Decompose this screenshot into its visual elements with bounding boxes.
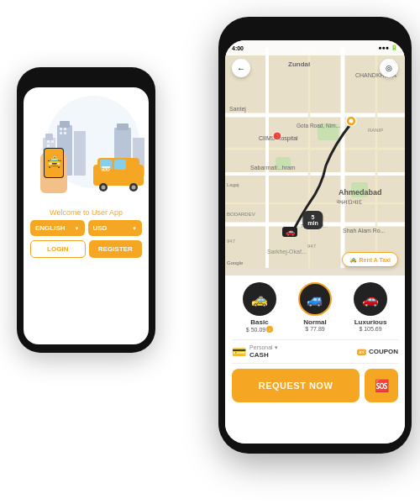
dropdown-icon: ▾	[275, 344, 278, 350]
luxurious-vehicle-name: Luxurious	[354, 318, 387, 326]
phones-container: 🚖 TAXI Welcome to User App EN	[0, 0, 420, 504]
personal-label: Personal	[249, 344, 273, 350]
phone-left: 🚖 TAXI Welcome to User App EN	[17, 67, 155, 353]
svg-text:Gota Road, Nim...: Gota Road, Nim...	[297, 123, 340, 129]
payment-method: CASH	[249, 351, 278, 359]
coupon-icon: 🎟	[356, 346, 366, 358]
signal-icon: ●●●	[378, 45, 389, 50]
right-phone-notch	[290, 27, 340, 35]
luxurious-vehicle-price: $ 105.69	[359, 326, 381, 332]
svg-text:Zundal: Zundal	[288, 60, 310, 68]
svg-rect-23	[114, 160, 126, 170]
welcome-text: Welcome to User App	[50, 208, 123, 217]
svg-text:Santej: Santej	[229, 106, 246, 113]
taxi-icon: 🚕	[349, 256, 357, 263]
eta-time: 5	[307, 214, 318, 220]
phone-right: 4:00 ●●● 🔋	[218, 17, 412, 454]
svg-rect-30	[225, 48, 405, 268]
status-time: 4:00	[232, 45, 244, 51]
basic-info-icon: i	[266, 326, 273, 333]
svg-text:RANIP: RANIP	[368, 128, 383, 133]
sos-button[interactable]: 🆘	[365, 369, 398, 402]
payment-row: 💳 Personal ▾ CASH 🎟 COUPON	[232, 339, 398, 364]
svg-rect-12	[60, 128, 62, 130]
request-now-button[interactable]: REQUEST NOW	[232, 369, 360, 402]
svg-rect-11	[47, 144, 50, 147]
basic-car-icon: 🚕	[251, 291, 268, 307]
coupon-button[interactable]: 🎟 COUPON	[356, 346, 398, 358]
svg-rect-10	[51, 140, 54, 143]
luxurious-car-icon: 🚗	[362, 291, 379, 307]
lang-currency-row: ENGLISH ▼ USD ▼	[30, 220, 142, 236]
svg-rect-13	[64, 128, 66, 130]
eta-unit: min	[307, 220, 318, 226]
map-area: 4:00 ●●● 🔋	[225, 40, 405, 276]
status-bar: 4:00 ●●● 🔋	[225, 40, 405, 55]
svg-text:અમદાવાદ: અમદાવાદ	[336, 198, 363, 206]
battery-icon: 🔋	[391, 45, 398, 50]
vehicle-luxurious[interactable]: 🚗 Luxurious $ 105.69	[354, 282, 387, 333]
language-label: ENGLISH	[35, 224, 66, 232]
coupon-label: COUPON	[369, 348, 398, 355]
payment-info: Personal ▾ CASH	[249, 344, 278, 359]
vehicle-normal[interactable]: 🚙 Normal $ 77.89	[298, 282, 332, 333]
normal-vehicle-icon: 🚙	[298, 282, 332, 316]
rent-taxi-label: Rent A Taxi	[360, 257, 391, 263]
luxurious-vehicle-icon: 🚗	[354, 282, 387, 316]
left-phone-screen: 🚖 TAXI Welcome to User App EN	[24, 87, 149, 344]
svg-text:BODARDEV: BODARDEV	[227, 212, 255, 217]
svg-text:Google: Google	[227, 260, 244, 265]
basic-vehicle-name: Basic	[250, 318, 268, 326]
payment-label: Personal ▾	[249, 344, 278, 351]
register-button[interactable]: REGISTER	[89, 240, 143, 258]
taxi-illustration: 🚖 TAXI	[30, 96, 142, 205]
payment-left[interactable]: 💳 Personal ▾ CASH	[232, 344, 278, 359]
city-svg: 🚖 TAXI	[30, 96, 149, 197]
status-icons: ●●● 🔋	[378, 45, 398, 51]
map-svg: Zundal CHANDKHEDA Santej CIIMS Hospital …	[225, 40, 405, 276]
svg-rect-14	[60, 132, 62, 134]
svg-text:TAXI: TAXI	[101, 167, 111, 172]
currency-button[interactable]: USD ▼	[88, 220, 143, 236]
auth-row: LOGIN REGISTER	[30, 240, 142, 258]
normal-vehicle-name: Normal	[303, 318, 327, 326]
basic-vehicle-icon: 🚕	[243, 282, 276, 316]
eta-badge: 5 min	[302, 211, 323, 229]
svg-point-64	[349, 119, 354, 123]
svg-rect-5	[74, 131, 86, 176]
svg-text:📍: 📍	[275, 134, 281, 140]
currency-arrow-icon: ▼	[132, 226, 137, 231]
svg-rect-2	[45, 134, 53, 140]
normal-vehicle-price: $ 77.89	[305, 326, 324, 332]
svg-rect-4	[60, 121, 70, 128]
svg-text:Sabarmati...hram: Sabarmati...hram	[250, 165, 296, 171]
rent-taxi-button[interactable]: 🚕 Rent A Taxi	[342, 252, 398, 267]
svg-text:Ahmedabad: Ahmedabad	[339, 188, 382, 197]
svg-rect-9	[47, 140, 50, 143]
currency-label: USD	[93, 224, 108, 232]
wallet-icon: 💳	[232, 345, 246, 359]
left-phone-notch	[66, 76, 108, 82]
svg-text:🚖: 🚖	[47, 155, 62, 169]
vehicle-basic[interactable]: 🚕 Basic $ 50.09 i	[243, 282, 276, 333]
basic-vehicle-price: $ 50.09 i	[246, 326, 273, 333]
back-button[interactable]: ←	[232, 59, 250, 77]
svg-text:947: 947	[307, 244, 317, 249]
vehicle-options: 🚕 Basic $ 50.09 i 🚙 Normal $ 77.89	[232, 282, 398, 333]
right-phone-screen: 4:00 ●●● 🔋	[225, 40, 405, 444]
svg-rect-7	[117, 123, 129, 130]
svg-text:Sarkhej-Okaf...: Sarkhej-Okaf...	[267, 249, 307, 255]
svg-point-25	[102, 186, 106, 190]
sos-icon: 🆘	[375, 379, 389, 392]
lang-arrow-icon: ▼	[75, 226, 80, 231]
language-button[interactable]: ENGLISH ▼	[30, 220, 85, 236]
svg-rect-15	[64, 132, 66, 134]
svg-text:Lagaj: Lagaj	[227, 182, 239, 187]
location-button[interactable]: ◎	[380, 59, 398, 77]
request-row: REQUEST NOW 🆘	[232, 369, 398, 402]
login-button[interactable]: LOGIN	[30, 240, 86, 258]
bottom-panel: 🚕 Basic $ 50.09 i 🚙 Normal $ 77.89	[225, 276, 405, 444]
svg-text:🚗: 🚗	[286, 227, 296, 237]
svg-text:Shah Alam Ro...: Shah Alam Ro...	[343, 228, 386, 234]
svg-text:947: 947	[227, 239, 236, 244]
